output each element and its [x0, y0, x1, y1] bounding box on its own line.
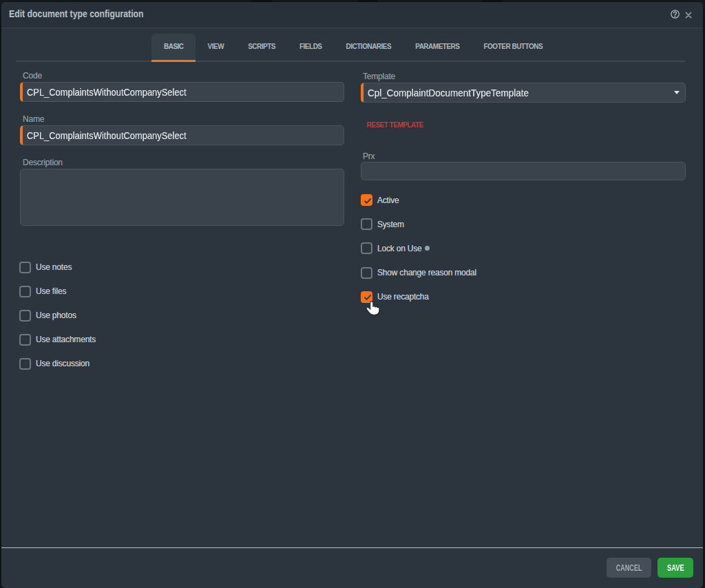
description-label: Description [23, 158, 63, 167]
use-photos-checkbox[interactable] [19, 310, 31, 322]
use-files-label: Use files [36, 286, 66, 296]
use-discussion-label: Use discussion [36, 359, 90, 368]
checkbox-use-recaptcha[interactable]: Use recaptcha [361, 291, 429, 303]
chevron-down-icon [674, 91, 680, 94]
checkbox-active[interactable]: Active [361, 194, 399, 207]
use-attachments-label: Use attachments [36, 335, 96, 344]
check-icon [363, 197, 372, 205]
tab-view[interactable]: VIEW [196, 34, 236, 62]
footer-divider [1, 547, 703, 549]
dialog-titlebar: Edit document type configuration [1, 2, 703, 28]
tab-parameters[interactable]: PARAMETERS [403, 34, 472, 62]
checkbox-use-discussion[interactable]: Use discussion [19, 357, 90, 370]
code-input-value: CPL_ComplaintsWithoutCompanySelect [27, 86, 187, 98]
check-icon [363, 293, 372, 302]
cancel-button[interactable]: CANCEL [607, 558, 651, 578]
active-label: Active [377, 196, 399, 205]
edit-document-type-dialog: Edit document type configuration BASIC V… [1, 2, 703, 588]
tab-basic[interactable]: BASIC [151, 34, 196, 62]
show-change-reason-checkbox[interactable] [361, 267, 372, 279]
lock-on-use-label: Lock on Use [377, 244, 422, 253]
use-photos-label: Use photos [36, 311, 76, 320]
reset-template-button[interactable]: RESET TEMPLATE [367, 121, 423, 129]
tab-footer-buttons[interactable]: FOOTER BUTTONS [472, 34, 555, 62]
use-recaptcha-label: Use recaptcha [377, 292, 429, 302]
prx-input[interactable] [361, 162, 686, 180]
use-notes-label: Use notes [36, 262, 72, 272]
checkbox-use-attachments[interactable]: Use attachments [19, 333, 96, 346]
system-checkbox[interactable] [361, 218, 372, 230]
tab-scripts[interactable]: SCRIPTS [236, 34, 288, 62]
description-textarea[interactable] [20, 169, 344, 226]
template-label: Template [363, 72, 395, 81]
system-label: System [377, 220, 404, 229]
use-recaptcha-checkbox[interactable] [361, 291, 372, 303]
template-select[interactable]: Cpl_ComplaintDocumentTypeTemplate [361, 83, 686, 103]
lock-on-use-checkbox[interactable] [361, 242, 372, 254]
tab-fields[interactable]: FIELDS [287, 34, 334, 62]
use-files-checkbox[interactable] [19, 286, 31, 297]
use-discussion-checkbox[interactable] [19, 358, 31, 370]
mouse-pointer-cursor [364, 301, 379, 315]
name-label: Name [23, 114, 44, 124]
close-icon[interactable] [685, 12, 692, 19]
checkbox-use-notes[interactable]: Use notes [19, 261, 72, 273]
code-label: Code [23, 71, 42, 81]
info-dot-icon [425, 246, 430, 251]
help-icon[interactable] [671, 10, 680, 19]
name-input[interactable]: CPL_ComplaintsWithoutCompanySelect [20, 125, 344, 145]
checkbox-use-photos[interactable]: Use photos [19, 309, 76, 322]
name-input-value: CPL_ComplaintsWithoutCompanySelect [27, 129, 187, 141]
checkbox-lock-on-use[interactable]: Lock on Use [361, 242, 430, 255]
prx-label: Prx [363, 151, 375, 161]
template-select-value: Cpl_ComplaintDocumentTypeTemplate [368, 87, 529, 98]
use-notes-checkbox[interactable] [19, 262, 31, 273]
show-change-reason-label: Show change reason modal [377, 268, 476, 277]
checkbox-system[interactable]: System [361, 218, 404, 231]
cancel-button-label: CANCEL [616, 563, 642, 573]
use-attachments-checkbox[interactable] [19, 334, 31, 346]
tabs-bar: BASIC VIEW SCRIPTS FIELDS DICTIONARIES P… [1, 32, 703, 62]
save-button[interactable]: SAVE [657, 558, 693, 578]
tab-dictionaries[interactable]: DICTIONARIES [334, 34, 403, 62]
save-button-label: SAVE [667, 563, 684, 573]
active-checkbox[interactable] [361, 194, 372, 206]
checkbox-use-files[interactable]: Use files [19, 285, 66, 297]
code-input[interactable]: CPL_ComplaintsWithoutCompanySelect [20, 82, 344, 102]
checkbox-show-change-reason[interactable]: Show change reason modal [361, 266, 476, 279]
dialog-title: Edit document type configuration [9, 8, 144, 19]
